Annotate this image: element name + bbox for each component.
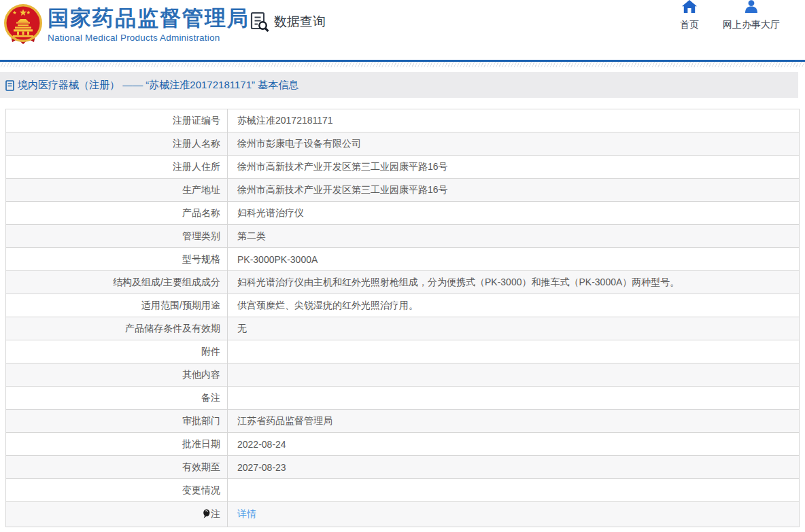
row-value: 江苏省药品监督管理局 [228,410,800,433]
nav-home-label: 首页 [680,19,699,31]
breadcrumb-text: 境内医疗器械（注册） —— “苏械注准20172181171” 基本信息 [18,79,298,92]
row-value: 苏械注准20172181171 [228,109,800,132]
row-label: 备注 [6,387,228,410]
row-label: 生产地址 [6,179,228,202]
site-titles: 国家药品监督管理局 National Medical Products Admi… [48,5,250,43]
row-label: 注 [6,502,228,527]
row-value: 徐州市彭康电子设备有限公司 [228,132,800,156]
row-value: 徐州市高新技术产业开发区第三工业园康平路16号 [228,156,800,179]
table-row: 有效期至2027-08-23 [6,456,800,479]
table-row: 注册人名称徐州市彭康电子设备有限公司 [6,132,800,156]
row-label: 产品名称 [6,202,228,225]
table-row: 注详情 [6,502,800,527]
texture-strip [0,62,805,67]
table-row: 型号规格PK-3000PK-3000A [6,248,800,271]
row-label: 适用范围/预期用途 [6,294,228,317]
row-label: 审批部门 [6,410,228,433]
site-header: 国家药品监督管理局 National Medical Products Admi… [0,0,805,60]
row-value [228,479,800,502]
nav-home[interactable]: 首页 [668,0,711,31]
table-row: 结构及组成/主要组成成分妇科光谱治疗仪由主机和红外光照射枪组成，分为便携式（PK… [6,271,800,294]
info-table: 注册证编号苏械注准20172181171注册人名称徐州市彭康电子设备有限公司注册… [5,109,800,527]
row-label: 批准日期 [6,433,228,456]
row-value: 妇科光谱治疗仪由主机和红外光照射枪组成，分为便携式（PK-3000）和推车式（P… [228,271,800,294]
row-value [228,387,800,410]
person-icon [744,0,758,16]
row-label: 产品储存条件及有效期 [6,317,228,340]
document-icon [5,80,14,91]
row-label: 变更情况 [6,479,228,502]
page: 国家药品监督管理局 National Medical Products Admi… [0,0,805,527]
row-label: 其他内容 [6,363,228,387]
table-wrap: 注册证编号苏械注准20172181171注册人名称徐州市彭康电子设备有限公司注册… [0,98,805,527]
spacer [0,67,805,72]
row-value: 无 [228,317,800,340]
table-row: 产品名称妇科光谱治疗仪 [6,202,800,225]
row-label: 管理类别 [6,225,228,248]
row-value: 详情 [228,502,800,527]
row-label: 有效期至 [6,456,228,479]
row-value: 2022-08-24 [228,433,800,456]
bulb-icon [203,509,210,520]
row-value [228,363,800,387]
home-icon [682,0,697,16]
table-row: 生产地址徐州市高新技术产业开发区第三工业园康平路16号 [6,179,800,202]
table-row: 审批部门江苏省药品监督管理局 [6,410,800,433]
data-query-section: 数据查询 [250,11,326,33]
table-row: 管理类别第二类 [6,225,800,248]
row-label: 型号规格 [6,248,228,271]
row-value: 徐州市高新技术产业开发区第三工业园康平路16号 [228,179,800,202]
row-value: 妇科光谱治疗仪 [228,202,800,225]
data-query-label: 数据查询 [274,13,326,31]
site-title-en: National Medical Products Administration [48,33,250,43]
row-label: 注册人名称 [6,132,228,156]
row-value: PK-3000PK-3000A [228,248,800,271]
national-emblem-logo [3,3,43,48]
row-label: 结构及组成/主要组成成分 [6,271,228,294]
table-row: 产品储存条件及有效期无 [6,317,800,340]
document-search-icon [250,11,270,33]
row-label: 注册人住所 [6,156,228,179]
table-row: 附件 [6,340,800,363]
table-row: 适用范围/预期用途供宫颈糜烂、尖锐湿疣的红外光照治疗用。 [6,294,800,317]
detail-link[interactable]: 详情 [237,508,256,519]
nav-online-hall-label: 网上办事大厅 [723,19,780,31]
row-label: 注册证编号 [6,109,228,132]
table-row: 注册证编号苏械注准20172181171 [6,109,800,132]
table-row: 批准日期2022-08-24 [6,433,800,456]
row-label: 附件 [6,340,228,363]
site-title-cn: 国家药品监督管理局 [48,5,250,31]
table-row: 变更情况 [6,479,800,502]
table-row: 备注 [6,387,800,410]
nav-online-hall[interactable]: 网上办事大厅 [710,0,792,31]
row-value: 2027-08-23 [228,456,800,479]
row-value: 第二类 [228,225,800,248]
table-row: 注册人住所徐州市高新技术产业开发区第三工业园康平路16号 [6,156,800,179]
info-table-body: 注册证编号苏械注准20172181171注册人名称徐州市彭康电子设备有限公司注册… [6,109,800,527]
row-value: 供宫颈糜烂、尖锐湿疣的红外光照治疗用。 [228,294,800,317]
table-row: 其他内容 [6,363,800,387]
breadcrumb: 境内医疗器械（注册） —— “苏械注准20172181171” 基本信息 [0,72,798,98]
row-value [228,340,800,363]
